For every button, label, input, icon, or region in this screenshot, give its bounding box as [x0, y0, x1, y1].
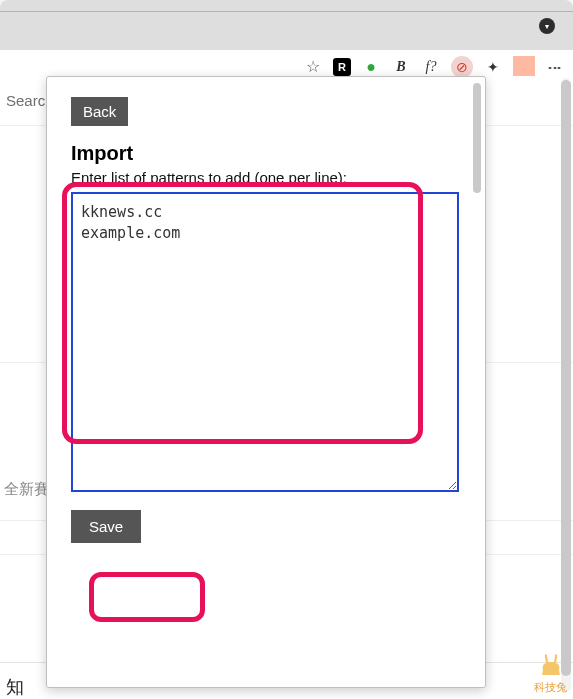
more-menu-icon[interactable]: ⋮	[545, 57, 565, 77]
import-title: Import	[71, 142, 465, 165]
window-titlebar	[0, 0, 573, 12]
import-description: Enter list of patterns to add (one per l…	[71, 169, 465, 186]
popup-scrollbar-thumb[interactable]	[473, 83, 481, 193]
extension-f-icon[interactable]: f?	[421, 57, 441, 77]
watermark: 科技兔	[534, 653, 567, 695]
rabbit-icon	[538, 653, 564, 679]
page-scrollbar-thumb[interactable]	[561, 80, 571, 676]
block-icon: ⊘	[456, 59, 468, 75]
star-icon[interactable]: ☆	[303, 57, 323, 77]
patterns-textarea[interactable]	[71, 192, 459, 492]
watermark-label: 科技兔	[534, 681, 567, 693]
extension-r-icon[interactable]: R	[333, 58, 351, 76]
promo-text-fragment: 全新賽	[4, 480, 49, 499]
profile-avatar[interactable]	[513, 56, 535, 78]
bottom-text-fragment: 知	[6, 675, 24, 699]
save-button[interactable]: Save	[71, 510, 141, 543]
extensions-puzzle-icon[interactable]: ✦	[483, 57, 503, 77]
window-menu-button[interactable]	[539, 18, 555, 34]
extension-popup: Back Import Enter list of patterns to ad…	[46, 76, 486, 688]
extension-b-icon[interactable]: B	[391, 57, 411, 77]
extension-green-icon[interactable]: ●	[361, 57, 381, 77]
tab-strip[interactable]	[0, 12, 573, 50]
back-button[interactable]: Back	[71, 97, 128, 126]
extension-block-button[interactable]: ⊘	[451, 56, 473, 78]
highlight-annotation-save	[89, 572, 205, 622]
